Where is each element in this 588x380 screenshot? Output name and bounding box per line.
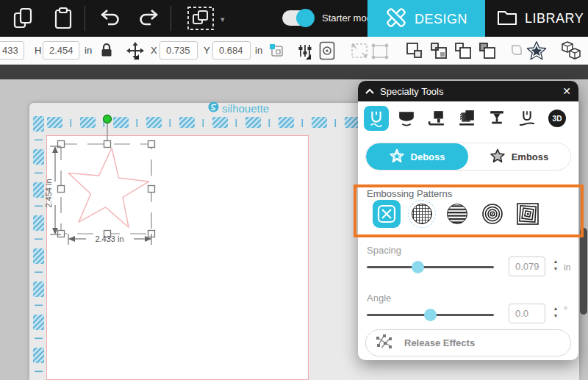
pattern-crosshatch-x-icon[interactable] xyxy=(373,200,401,228)
spinner-up-icon[interactable]: ▲ xyxy=(553,306,559,311)
paste-clipboard-icon[interactable] xyxy=(51,7,75,33)
quick-access-toolbar: H in X Y in xyxy=(0,37,588,65)
tool-deboss-emboss[interactable] xyxy=(364,106,389,131)
redo-icon[interactable] xyxy=(137,8,162,32)
tool-dome-press[interactable] xyxy=(394,106,419,131)
silhouette-logo-icon xyxy=(208,101,219,115)
tool-stipple-emboss[interactable] xyxy=(514,106,539,131)
emboss-star-icon xyxy=(490,148,505,165)
handle-top-center[interactable] xyxy=(104,141,111,148)
design-pencil-icon xyxy=(385,7,407,32)
transform-anchor-icon[interactable] xyxy=(297,42,316,62)
pattern-grid-weave-icon[interactable] xyxy=(408,200,436,228)
panel-title: Specialty Tools xyxy=(380,86,443,97)
spacing-unit-label: in xyxy=(564,262,570,273)
tool-options-corner xyxy=(306,54,311,60)
send-backward-icon[interactable] xyxy=(429,41,448,63)
angle-unit-label: ° xyxy=(564,305,567,315)
toolbar-separator xyxy=(85,6,85,31)
angle-slider-thumb[interactable] xyxy=(424,309,437,321)
specialty-tools-panel: Specialty Tools ✕ xyxy=(358,81,578,360)
library-tab-label: LIBRARY xyxy=(525,11,584,26)
height-label: H xyxy=(35,45,41,56)
send-to-back-icon[interactable] xyxy=(478,41,497,63)
3d-tool-label: 3D xyxy=(553,115,562,123)
spinner-up-icon[interactable]: ▲ xyxy=(553,259,559,264)
spacing-slider-thumb[interactable] xyxy=(412,261,424,273)
select-tool-dropdown-icon[interactable]: ▾ xyxy=(220,15,225,24)
bring-forward-icon[interactable] xyxy=(405,41,424,63)
ruler-vertical xyxy=(32,115,46,380)
y-position-field[interactable] xyxy=(212,41,251,60)
tab-library[interactable]: LIBRARY xyxy=(497,0,588,37)
x-position-field[interactable] xyxy=(159,41,198,60)
move-tool-icon[interactable] xyxy=(126,42,144,62)
height-field[interactable] xyxy=(43,41,79,60)
release-effects-icon xyxy=(375,333,394,354)
tool-texture-press[interactable] xyxy=(454,106,479,131)
tab-design[interactable]: DESIGN xyxy=(368,0,485,39)
tool-flat-press[interactable] xyxy=(424,106,449,131)
deboss-tab-label: Deboss xyxy=(411,151,445,162)
scale-handles-icon xyxy=(350,42,369,62)
pattern-concentric-squares-icon[interactable] xyxy=(514,200,542,228)
lock-aspect-icon[interactable] xyxy=(100,43,113,60)
panel-scrollbar-thumb[interactable] xyxy=(580,228,587,315)
design-tab-label: DESIGN xyxy=(415,12,467,27)
handle-bottom-left[interactable] xyxy=(58,231,65,237)
tool-3d-emboss[interactable]: 3D xyxy=(545,106,570,131)
undo-icon[interactable] xyxy=(97,8,122,32)
star-shape-icon[interactable] xyxy=(526,40,547,64)
3d-objects-icon[interactable] xyxy=(560,40,582,64)
spacing-value-field[interactable] xyxy=(509,257,545,276)
pattern-horizontal-lines-icon[interactable] xyxy=(443,200,471,228)
angle-value-field[interactable] xyxy=(509,304,545,323)
select-tool-icon[interactable] xyxy=(187,6,215,34)
library-folder-icon xyxy=(497,7,517,30)
width-field[interactable] xyxy=(0,41,24,60)
toolbar-shadow-strip xyxy=(0,65,588,79)
starter-mode-toggle[interactable] xyxy=(282,10,313,26)
spacing-slider[interactable] xyxy=(367,266,494,268)
spacing-label: Spacing xyxy=(367,245,401,256)
tool-options-corner xyxy=(134,54,139,60)
bring-to-front-icon[interactable] xyxy=(453,41,473,63)
spacing-spinner: ▲ ▼ xyxy=(551,259,560,271)
y-label: Y xyxy=(204,45,210,56)
deboss-emboss-switch: Deboss Emboss xyxy=(365,143,571,171)
collapse-chevron-icon[interactable] xyxy=(365,88,374,94)
spinner-down-icon[interactable]: ▼ xyxy=(553,266,559,271)
handle-bottom-center[interactable] xyxy=(104,231,111,237)
registration-marks-icon[interactable] xyxy=(269,43,284,60)
tab-emboss[interactable]: Emboss xyxy=(468,143,570,170)
angle-slider[interactable] xyxy=(367,314,494,316)
copy-icon[interactable] xyxy=(12,7,35,33)
deboss-star-icon xyxy=(390,148,404,165)
silhouette-branding: silhouette xyxy=(208,101,269,115)
specialty-tool-selector: 3D xyxy=(364,106,570,131)
spinner-down-icon[interactable]: ▼ xyxy=(553,313,559,318)
size-unit-label: in xyxy=(85,45,92,56)
embossing-patterns-label: Embossing Patterns xyxy=(367,188,452,199)
brand-wordmark: silhouette xyxy=(222,102,269,115)
tab-deboss[interactable]: Deboss xyxy=(366,143,468,170)
handle-mid-right[interactable] xyxy=(148,186,155,193)
release-effects-label: Release Effects xyxy=(404,337,475,348)
panel-header[interactable]: Specialty Tools ✕ xyxy=(358,81,578,101)
release-effects-button[interactable]: Release Effects xyxy=(365,329,571,356)
position-unit-label: in xyxy=(255,45,262,56)
handle-mid-left[interactable] xyxy=(58,186,65,193)
rotate-handles-icon xyxy=(370,42,390,62)
handle-bottom-right[interactable] xyxy=(148,231,155,237)
design-page[interactable] xyxy=(46,135,309,380)
center-on-page-icon[interactable] xyxy=(319,41,335,63)
tool-punch[interactable] xyxy=(484,106,509,131)
silhouette-studio-window: ▾ Starter mode on DESIGN LIBRARY xyxy=(0,0,588,380)
handle-top-left[interactable] xyxy=(58,141,65,148)
rotation-handle[interactable] xyxy=(104,115,112,123)
angle-label: Angle xyxy=(367,293,391,304)
pattern-concentric-circles-icon[interactable] xyxy=(478,200,506,228)
toolbar-separator xyxy=(171,6,171,31)
close-icon[interactable]: ✕ xyxy=(562,85,571,97)
handle-top-right[interactable] xyxy=(148,141,155,148)
